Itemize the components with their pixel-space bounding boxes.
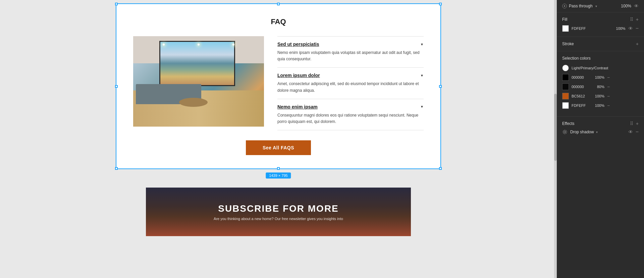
faq-body: Sed ut perspiciatis ▼ Nemo enim ipsam vo… <box>133 36 424 130</box>
subscribe-title: SUBSCRIBE FOR MORE <box>218 203 339 214</box>
blend-mode-icon <box>562 4 567 8</box>
fill-color-swatch[interactable] <box>562 25 569 32</box>
faq-item-1-title: Sed ut perspiciatis <box>277 42 319 47</box>
fill-color-opacity[interactable]: 100% <box>614 26 626 30</box>
selection-color-hex-1: 000000 <box>572 75 590 79</box>
pass-through-section: Pass through ▾ 100% 👁 <box>557 0 644 12</box>
resize-handle-br[interactable] <box>439 167 442 170</box>
selection-color-swatch-2[interactable] <box>562 83 569 90</box>
frame-size-label: 1439 × 795 <box>266 172 291 179</box>
light-spot <box>232 44 234 46</box>
scroll-thumb[interactable] <box>554 94 557 161</box>
pass-through-label: Pass through <box>569 4 593 8</box>
faq-item-3-header[interactable]: Nemo enim ipsam ▼ <box>277 104 424 110</box>
selection-color-remove-2[interactable]: − <box>607 84 610 89</box>
effects-add-button[interactable]: + <box>636 121 639 126</box>
opacity-value[interactable]: 100% <box>621 4 631 8</box>
fill-section: Fill ⠿ + FDFEFF 100% 👁 − <box>557 12 644 37</box>
faq-arrow-2: ▼ <box>420 74 424 77</box>
fill-header: Fill ⠿ + <box>562 17 639 22</box>
faq-item-3-title: Nemo enim ipsam <box>277 104 318 110</box>
effects-header: Effects ⠿ + <box>562 121 639 126</box>
selection-color-item-3: BC5612 100% − <box>562 93 639 99</box>
svg-line-8 <box>563 133 564 134</box>
drop-shadow-chevron[interactable]: ▾ <box>596 130 598 134</box>
faq-item-1[interactable]: Sed ut perspiciatis ▼ Nemo enim ipsam vo… <box>277 36 424 68</box>
selection-color-item-0: Light/Primary/Contrast <box>562 65 639 71</box>
faq-item-2[interactable]: Lorem ipsum dolor ▼ Amet, consectetur ad… <box>277 68 424 99</box>
selection-color-swatch-3[interactable] <box>562 93 569 99</box>
canvas-area: FAQ <box>0 0 557 278</box>
drop-shadow-remove[interactable]: − <box>636 129 639 135</box>
selection-color-item-1: 000000 100% − <box>562 74 639 81</box>
faq-item-2-title: Lorem ipsum dolor <box>277 73 320 78</box>
resize-handle-right[interactable] <box>439 85 442 88</box>
selection-color-hex-3: BC5612 <box>572 94 590 98</box>
blend-mode-chevron[interactable]: ▾ <box>595 4 597 8</box>
svg-line-5 <box>563 130 564 131</box>
right-panel: Pass through ▾ 100% 👁 Fill ⠿ + FDFEFF 10… <box>557 0 644 278</box>
selection-color-opacity-1: 100% <box>593 75 604 79</box>
stroke-title: Stroke <box>562 42 574 46</box>
selection-color-remove-4[interactable]: − <box>607 103 610 108</box>
fill-remove-button[interactable]: − <box>636 26 639 31</box>
pass-through-right: 100% 👁 <box>621 3 639 9</box>
resize-handle-top[interactable] <box>277 3 280 5</box>
drop-shadow-row: Drop shadow ▾ 👁 − <box>562 129 639 135</box>
selection-color-swatch-1[interactable] <box>562 74 569 81</box>
resize-handle-bottom[interactable] <box>277 167 280 170</box>
selection-color-remove-3[interactable]: − <box>607 93 610 99</box>
room-lights <box>146 44 251 46</box>
faq-item-1-text: Nemo enim ipsam voluptatem quia voluptas… <box>277 50 424 62</box>
selection-color-hex-2: 000000 <box>572 85 590 89</box>
resize-handle-tl[interactable] <box>115 3 118 5</box>
faq-arrow-3: ▼ <box>420 105 424 109</box>
faq-item-2-text: Amet, consectetur adipiscing elit, sed d… <box>277 81 424 93</box>
fill-grid-button[interactable]: ⠿ <box>630 17 633 22</box>
selection-color-remove-1[interactable]: − <box>607 75 610 80</box>
fill-visibility-icon[interactable]: 👁 <box>628 26 633 31</box>
room-table <box>179 98 208 107</box>
resize-handle-bl[interactable] <box>115 167 118 170</box>
visibility-icon[interactable]: 👁 <box>634 3 639 9</box>
selection-color-item-4: FDFEFF 100% − <box>562 102 639 109</box>
stroke-section: Stroke + <box>557 37 644 51</box>
faq-items: Sed ut perspiciatis ▼ Nemo enim ipsam vo… <box>277 36 424 130</box>
drop-shadow-label: Drop shadow ▾ <box>570 130 626 134</box>
svg-line-7 <box>566 130 567 131</box>
drop-shadow-visibility[interactable]: 👁 <box>628 129 633 135</box>
selection-color-label-0: Light/Primary/Contrast <box>572 66 639 70</box>
subscribe-subtitle: Are you thinking about a new home? Our f… <box>214 217 343 221</box>
fill-color-hex[interactable]: FDFEFF <box>572 26 611 30</box>
effects-grid-button[interactable]: ⠿ <box>630 121 633 126</box>
see-all-faqs-button[interactable]: See All FAQS <box>246 140 311 155</box>
selection-color-swatch-0[interactable] <box>562 65 569 71</box>
faq-item-1-header[interactable]: Sed ut perspiciatis ▼ <box>277 42 424 47</box>
resize-handle-left[interactable] <box>115 85 118 88</box>
pass-through-left: Pass through ▾ <box>562 4 597 8</box>
room-window <box>159 41 235 86</box>
light-spot <box>163 44 165 46</box>
subscribe-section: SUBSCRIBE FOR MORE Are you thinking abou… <box>146 188 411 236</box>
faq-image <box>133 36 264 127</box>
light-spot <box>198 44 200 46</box>
blend-dot <box>564 5 565 7</box>
stroke-add-button[interactable]: + <box>636 42 639 46</box>
fill-add-button[interactable]: + <box>636 17 639 22</box>
resize-handle-tr[interactable] <box>439 3 442 5</box>
faq-item-3[interactable]: Nemo enim ipsam ▼ Consequuntur magni dol… <box>277 99 424 130</box>
svg-line-6 <box>566 133 567 134</box>
faq-item-3-text: Consequuntur magni dolores eos qui ratio… <box>277 112 424 125</box>
svg-point-0 <box>564 131 566 133</box>
canvas-content: FAQ <box>0 0 557 278</box>
drop-shadow-icon <box>562 129 568 135</box>
selection-color-opacity-4: 100% <box>593 103 604 108</box>
selection-color-swatch-4[interactable] <box>562 102 569 109</box>
faq-button-container: See All FAQS <box>133 140 424 155</box>
selection-color-item-2: 000000 80% − <box>562 83 639 90</box>
faq-frame[interactable]: FAQ <box>116 3 441 169</box>
fill-title: Fill <box>562 17 567 22</box>
scroll-track[interactable] <box>554 0 557 278</box>
effects-actions: ⠿ + <box>630 121 639 126</box>
faq-item-2-header[interactable]: Lorem ipsum dolor ▼ <box>277 73 424 78</box>
